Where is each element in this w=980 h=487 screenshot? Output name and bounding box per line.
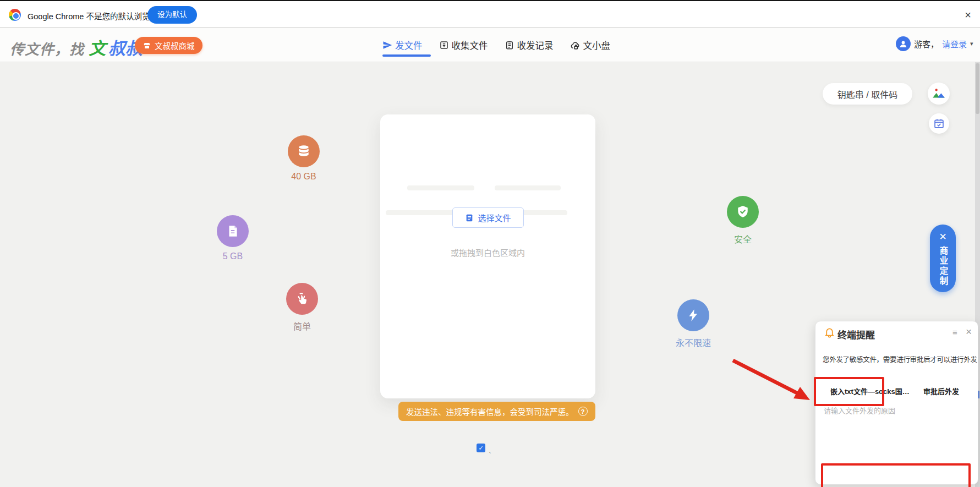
tab-collect-files[interactable]: 收集文件: [439, 39, 488, 52]
gallery-float-button[interactable]: [928, 83, 950, 105]
chevron-down-icon[interactable]: ▾: [970, 40, 973, 47]
feature-label: 5 GB: [217, 251, 249, 261]
feature-label: 简单: [286, 319, 318, 332]
close-icon[interactable]: ×: [961, 8, 975, 22]
file-icon: [465, 214, 474, 222]
feature-file-size: 5 GB: [217, 215, 249, 261]
legal-warning-banner: 发送违法、违规等有害信息，会受到司法严惩。 ?: [398, 402, 595, 421]
avatar: [896, 36, 911, 51]
dialog-title: 终端提醒: [837, 327, 875, 341]
tap-hand-icon: [286, 283, 318, 315]
document-icon: [217, 215, 249, 247]
storefront-icon: [143, 41, 151, 50]
default-browser-message: Google Chrome 不是您的默认浏览器: [28, 10, 158, 21]
warning-text: 发送违法、违规等有害信息，会受到司法严惩。: [406, 406, 574, 417]
collect-files-icon: [439, 40, 449, 50]
scrollbar-thumb[interactable]: [976, 63, 979, 114]
main-nav: 发文件 收集文件 收发记录 文小盘: [382, 35, 610, 56]
feature-label: 安全: [727, 232, 759, 245]
tab-transfer-records[interactable]: 收发记录: [505, 39, 554, 52]
terminal-reminder-dialog: 终端提醒 ≡ × 您外发了敏感文件，需要进行审批后才可以进行外发 嵌入txt文件…: [815, 321, 978, 485]
reason-input[interactable]: [824, 405, 970, 442]
drag-hint: 或拖拽到白色区域内: [380, 247, 595, 258]
tab-cloud-disk[interactable]: 文小盘: [570, 39, 611, 52]
bell-icon: [824, 326, 835, 338]
site-logo: 传文件，找 文 叔叔: [10, 35, 143, 59]
photo-mountains-icon: [932, 86, 946, 101]
shield-check-icon: [727, 196, 759, 228]
set-default-button[interactable]: 设为默认: [147, 6, 197, 24]
tab-label: 收发记录: [517, 39, 554, 52]
dialog-close-icon[interactable]: ×: [966, 326, 972, 338]
select-file-label: 选择文件: [478, 212, 511, 223]
feature-speed: 永不限速: [674, 299, 713, 349]
list-menu-icon[interactable]: ≡: [952, 327, 957, 337]
feature-label: 永不限速: [674, 336, 713, 349]
cloud-disk-icon: [570, 40, 581, 51]
clipboard-icon: [505, 40, 514, 50]
store-button[interactable]: 文叔叔商城: [135, 37, 202, 54]
logo-green-char: 文: [89, 39, 106, 58]
agreement-note: 、: [489, 446, 495, 455]
lightning-icon: [677, 299, 709, 331]
select-file-button[interactable]: 选择文件: [452, 207, 524, 228]
feature-storage: 40 GB: [288, 135, 320, 182]
dialog-message: 您外发了敏感文件，需要进行审批后才可以进行外发: [823, 354, 974, 364]
schedule-float-button[interactable]: [929, 113, 949, 134]
main-area: 40 GB 5 GB 简单 安全 永不限速 选择文件: [0, 62, 980, 487]
tab-label: 文小盘: [583, 39, 611, 52]
file-approval-status: 审批后外发: [923, 386, 959, 396]
tab-send-file[interactable]: 发文件: [382, 39, 423, 52]
feature-simple: 简单: [286, 283, 318, 332]
browser-notification-bar: Google Chrome 不是您的默认浏览器 设为默认 ×: [0, 0, 980, 28]
login-link[interactable]: 请登录: [942, 38, 967, 50]
business-icon: ✕: [939, 231, 946, 243]
user-area[interactable]: 游客， 请登录 ▾: [896, 32, 973, 54]
sensitive-file-name: 嵌入txt文件—socks国…: [830, 386, 910, 396]
tab-label: 发文件: [395, 39, 423, 52]
help-icon[interactable]: ?: [578, 407, 588, 416]
keychain-code-button[interactable]: 钥匙串 / 取件码: [823, 83, 912, 105]
skeleton-line: [495, 185, 561, 190]
skeleton-line: [407, 185, 474, 190]
chrome-logo-icon: [9, 9, 21, 21]
business-custom-button[interactable]: ✕ 商业定制: [930, 225, 956, 292]
calendar-check-icon: [933, 118, 945, 129]
database-icon: [288, 135, 320, 167]
paper-plane-icon: [382, 40, 392, 50]
business-label: 商业定制: [937, 246, 949, 287]
feature-label: 40 GB: [288, 172, 320, 182]
site-header: 传文件，找 文 叔叔 文叔叔商城 发文件 收集文件 收发记录: [0, 28, 980, 62]
guest-label: 游客，: [914, 38, 939, 50]
store-button-label: 文叔叔商城: [155, 40, 195, 51]
tab-label: 收集文件: [452, 39, 488, 52]
upload-drop-area[interactable]: 选择文件 或拖拽到白色区域内: [380, 114, 595, 398]
active-tab-underline: [382, 54, 431, 57]
feature-safe: 安全: [727, 196, 759, 245]
agreement-checkbox[interactable]: ✓: [477, 444, 485, 452]
logo-prefix: 传文件，找: [10, 41, 89, 58]
